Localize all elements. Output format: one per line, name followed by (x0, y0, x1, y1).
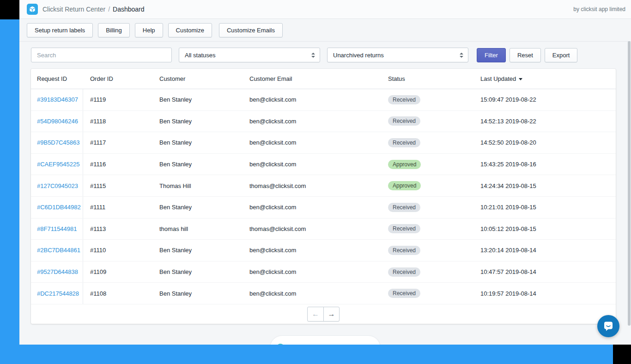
table-row: #9B5D7C45863 #1117 Ben Stanley ben@click… (31, 132, 616, 154)
request-id-link[interactable]: #8F711544981 (37, 225, 77, 232)
setup-return-labels-button[interactable]: Setup return labels (27, 23, 93, 37)
customer-email-cell: ben@clicksit.com (243, 96, 381, 103)
table-row: #C6D1DB44982 #1111 Ben Stanley ben@click… (31, 197, 616, 218)
request-id-link[interactable]: #9527D644838 (37, 268, 78, 275)
pagination-control: ← → (307, 307, 340, 322)
cube-icon (29, 6, 36, 13)
col-header-request-id: Request ID (31, 75, 83, 82)
request-id-link[interactable]: #2BC7DB44861 (37, 247, 80, 254)
customize-button[interactable]: Customize (168, 23, 212, 37)
customer-email-cell: ben@clicksit.com (243, 290, 381, 297)
archive-select[interactable]: Unarchived returns (327, 48, 468, 62)
next-page-button[interactable]: → (323, 307, 339, 321)
customer-cell: Ben Stanley (152, 139, 243, 146)
filter-button[interactable]: Filter (477, 48, 506, 62)
status-badge: Received (388, 116, 420, 126)
status-badge: Received (388, 203, 420, 212)
billing-button[interactable]: Billing (98, 23, 130, 37)
breadcrumb-app-title[interactable]: Clicksit Return Center (42, 6, 105, 13)
customer-cell: thomas hill (152, 225, 243, 232)
order-id-cell: #1111 (83, 204, 152, 211)
order-id-cell: #1108 (83, 290, 152, 297)
customer-cell: Ben Stanley (152, 247, 243, 254)
bottom-blue-strip (0, 345, 631, 364)
last-updated-cell: 10:05:12 2019-08-15 (473, 225, 616, 232)
app-header: Clicksit Return Center / Dashboard by cl… (19, 0, 631, 19)
help-button[interactable]: Help (135, 23, 163, 37)
export-button[interactable]: Export (545, 48, 578, 62)
pagination-area: ← → (31, 304, 616, 324)
app-byline: by clicksit app limited (573, 6, 625, 12)
order-id-cell: #1110 (83, 247, 152, 254)
col-header-order-id: Order ID (83, 75, 152, 82)
reset-button[interactable]: Reset (510, 48, 541, 62)
order-id-cell: #1116 (83, 161, 152, 168)
customize-emails-button[interactable]: Customize Emails (219, 23, 283, 37)
caret-down-icon (519, 78, 522, 80)
arrow-left-icon: ← (312, 310, 319, 318)
updown-caret-icon (311, 53, 315, 58)
request-id-link[interactable]: #9B5D7C45863 (37, 139, 80, 146)
col-header-customer: Customer (152, 75, 243, 82)
last-updated-cell: 10:47:57 2019-08-14 (473, 268, 616, 275)
table-row: #DC217544828 #1108 Ben Stanley ben@click… (31, 283, 616, 304)
vertical-scrollbar[interactable] (628, 41, 631, 326)
last-updated-cell: 10:21:01 2019-08-15 (473, 204, 616, 211)
arrow-right-icon: → (328, 310, 335, 318)
customer-cell: Thomas Hill (152, 182, 243, 189)
status-select[interactable]: All statuses (179, 48, 320, 62)
col-header-status: Status (381, 75, 473, 82)
table-row: #8F711544981 #1113 thomas hill thomas@cl… (31, 218, 616, 240)
table-row: #39183D46307 #1119 Ben Stanley ben@click… (31, 89, 616, 111)
last-updated-cell: 15:43:25 2019-08-16 (473, 161, 616, 168)
last-updated-cell: 14:52:50 2019-08-20 (473, 139, 616, 146)
request-id-link[interactable]: #127C0945023 (37, 182, 78, 189)
filter-bar: All statuses Unarchived returns Filter R… (19, 42, 631, 69)
table-row: #54D98046246 #1118 Ben Stanley ben@click… (31, 111, 616, 133)
customer-email-cell: ben@clicksit.com (243, 161, 381, 168)
status-badge: Received (388, 289, 420, 298)
customer-email-cell: thomas@clicksit.com (243, 225, 381, 232)
left-blue-band (0, 19, 19, 345)
request-id-link[interactable]: #CAEF9545225 (37, 161, 80, 168)
status-select-value: All statuses (185, 52, 215, 59)
toolbar: Setup return labels Billing Help Customi… (19, 19, 631, 42)
request-id-link[interactable]: #39183D46307 (37, 96, 78, 103)
last-updated-cell: 10:19:57 2019-08-14 (473, 290, 616, 297)
top-left-black-corner (0, 0, 19, 19)
col-header-last-updated[interactable]: Last Updated (473, 75, 616, 82)
customer-email-cell: ben@clicksit.com (243, 268, 381, 275)
last-updated-cell: 15:09:47 2019-08-22 (473, 96, 616, 103)
customer-email-cell: ben@clicksit.com (243, 204, 381, 211)
chat-widget-button[interactable] (597, 315, 619, 337)
breadcrumb-separator: / (108, 6, 110, 13)
request-id-link[interactable]: #DC217544828 (37, 290, 79, 297)
help-support-card: ? Need help or support? Click here (270, 335, 381, 345)
status-badge: Received (388, 267, 420, 277)
customer-cell: Ben Stanley (152, 204, 243, 211)
customer-email-cell: ben@clicksit.com (243, 247, 381, 254)
status-badge: Received (388, 224, 420, 233)
table-row: #127C0945023 #1115 Thomas Hill thomas@cl… (31, 175, 616, 197)
search-input[interactable] (31, 48, 172, 62)
last-updated-cell: 14:24:34 2019-08-15 (473, 182, 616, 189)
last-updated-cell: 14:52:13 2019-08-22 (473, 118, 616, 125)
customer-email-cell: thomas@clicksit.com (243, 182, 381, 189)
request-id-link[interactable]: #C6D1DB44982 (37, 204, 81, 211)
previous-page-button[interactable]: ← (308, 307, 323, 321)
updown-caret-icon (460, 53, 463, 58)
status-badge: Approved (388, 160, 421, 169)
returns-table-card: Request ID Order ID Customer Customer Em… (31, 69, 616, 324)
page-title: Dashboard (113, 6, 145, 13)
customer-email-cell: ben@clicksit.com (243, 139, 381, 146)
table-body: #39183D46307 #1119 Ben Stanley ben@click… (31, 89, 616, 304)
status-badge: Received (388, 138, 420, 147)
bottom-right-black-corner (613, 345, 631, 364)
customer-cell: Ben Stanley (152, 161, 243, 168)
customer-email-cell: ben@clicksit.com (243, 118, 381, 125)
table-row: #2BC7DB44861 #1110 Ben Stanley ben@click… (31, 240, 616, 261)
order-id-cell: #1118 (83, 118, 152, 125)
request-id-link[interactable]: #54D98046246 (37, 118, 78, 125)
order-id-cell: #1115 (83, 182, 152, 189)
table-row: #CAEF9545225 #1116 Ben Stanley ben@click… (31, 154, 616, 176)
